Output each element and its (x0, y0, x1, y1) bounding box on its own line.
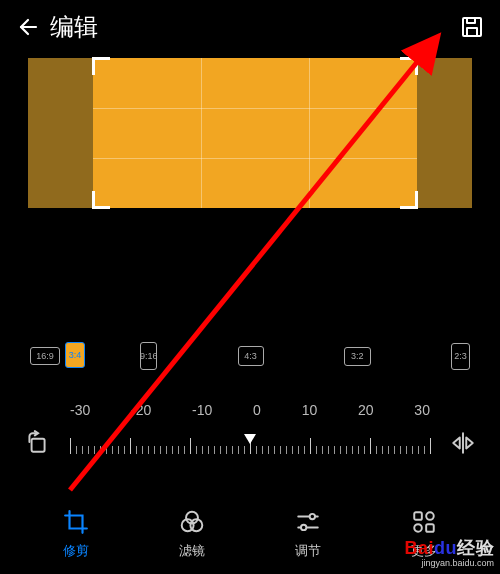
svg-rect-3 (32, 439, 45, 452)
crop-handle-tr[interactable] (400, 57, 418, 75)
svg-point-14 (301, 525, 306, 530)
crop-icon (63, 509, 89, 535)
watermark-text: du (434, 538, 457, 558)
ruler-label: 10 (302, 402, 318, 418)
ruler-label: -10 (192, 402, 212, 418)
sliders-icon (295, 509, 321, 535)
nav-label: 调节 (295, 542, 321, 560)
aspect-ratio-3-4[interactable]: 3:4 (65, 342, 85, 368)
aspect-ratio-label: 4:3 (244, 352, 257, 361)
aspect-ratio-16-9[interactable]: 16:9 (30, 347, 60, 365)
filters-icon (179, 509, 205, 535)
nav-adjust[interactable]: 调节 (294, 508, 322, 560)
svg-point-17 (426, 512, 434, 520)
svg-rect-16 (426, 524, 434, 532)
svg-rect-2 (467, 28, 477, 36)
aspect-ratio-label: 3:4 (69, 351, 82, 360)
nav-label: 滤镜 (179, 542, 205, 560)
page-title: 编辑 (50, 11, 98, 43)
aspect-ratio-3-2[interactable]: 3:2 (344, 347, 371, 366)
svg-point-18 (414, 524, 422, 532)
ruler-labels: -30 -20 -10 0 10 20 30 (70, 402, 430, 418)
crop-selection[interactable] (93, 58, 417, 208)
ruler-label: -20 (131, 402, 151, 418)
watermark: Baidu经验 jingyan.baidu.com (404, 536, 494, 568)
svg-marker-5 (453, 438, 460, 449)
watermark-text: 经验 (457, 538, 494, 558)
aspect-ratio-label: 2:3 (454, 352, 467, 361)
crop-handle-tl[interactable] (92, 57, 110, 75)
arrow-left-icon (16, 15, 40, 39)
aspect-ratio-label: 16:9 (36, 352, 54, 361)
ruler-label: 30 (414, 402, 430, 418)
watermark-text: Bai (404, 538, 434, 558)
ruler-label: 0 (253, 402, 261, 418)
nav-filters[interactable]: 滤镜 (178, 508, 206, 560)
aspect-ratio-label: 3:2 (351, 352, 364, 361)
nav-crop[interactable]: 修剪 (62, 508, 90, 560)
crop-handle-bl[interactable] (92, 191, 110, 209)
svg-point-12 (310, 514, 315, 519)
crop-handle-br[interactable] (400, 191, 418, 209)
rotation-ruler[interactable] (70, 432, 430, 462)
save-button[interactable] (458, 13, 486, 41)
svg-rect-15 (414, 512, 422, 520)
rotate-button[interactable] (22, 428, 52, 458)
ruler-label: 20 (358, 402, 374, 418)
aspect-ratio-9-16[interactable]: 9:16 (140, 342, 157, 370)
svg-marker-7 (244, 434, 256, 444)
rotate-icon (24, 430, 50, 456)
save-icon (460, 15, 484, 39)
aspect-ratio-label: 9:16 (140, 352, 158, 361)
aspect-ratio-strip: 16:9 9:16 4:3 3:4 3:2 2:3 (0, 342, 500, 370)
nav-label: 修剪 (63, 542, 89, 560)
aspect-ratio-2-3[interactable]: 2:3 (451, 343, 470, 370)
crop-preview[interactable] (28, 58, 472, 208)
ruler-label: -30 (70, 402, 90, 418)
apps-grid-icon (411, 509, 437, 535)
mirror-icon (450, 430, 476, 456)
mirror-button[interactable] (448, 428, 478, 458)
aspect-ratio-4-3[interactable]: 4:3 (238, 346, 264, 366)
back-button[interactable] (14, 13, 42, 41)
svg-marker-6 (466, 438, 473, 449)
ruler-center-mark (244, 430, 256, 448)
